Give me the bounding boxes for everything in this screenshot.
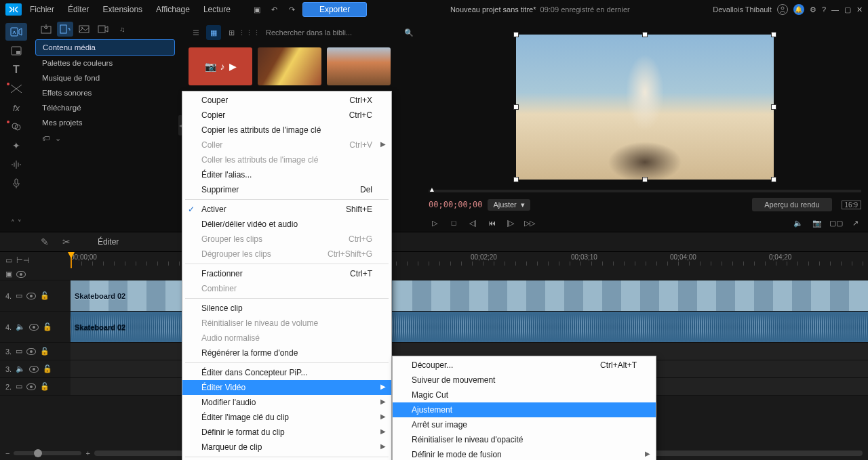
search-input[interactable]: Rechercher dans la bibli... [263, 27, 399, 38]
particle-room-icon[interactable]: ✦ [5, 137, 27, 154]
aspect-ratio-button[interactable]: 16:9 [842, 201, 861, 209]
play-icon[interactable]: ▷ [429, 217, 441, 229]
preview-seek-bar[interactable]: ▲ [429, 190, 861, 192]
visibility-icon[interactable] [29, 366, 39, 373]
menu-edit[interactable]: Éditer [62, 2, 94, 17]
help-icon[interactable]: ? [822, 5, 826, 14]
sidebar-expand-icon[interactable]: ˄ ˅ [5, 214, 27, 232]
handle-bl[interactable] [513, 177, 519, 182]
next-frame-icon[interactable]: |▷ [505, 217, 517, 229]
ctx-item[interactable]: Éditer l'alias... [182, 167, 391, 182]
import-icon[interactable] [38, 22, 54, 37]
ctx-item[interactable]: Magic Cut [393, 388, 656, 402]
close-icon[interactable]: ✕ [856, 5, 863, 14]
popout-icon[interactable]: ↗ [849, 217, 861, 229]
settings-icon[interactable]: ⚙ [810, 5, 816, 14]
list-view-icon[interactable]: ☰ [189, 25, 203, 40]
visibility-icon[interactable] [26, 383, 36, 390]
handle-bm[interactable] [642, 177, 648, 182]
redo-icon[interactable]: ↷ [285, 2, 300, 17]
lib-sound-fx[interactable]: Effets sonores [35, 85, 175, 100]
ctx-item[interactable]: Éditer l'image clé du clip▶ [182, 410, 391, 425]
visibility-icon[interactable] [26, 293, 36, 299]
audio-room-icon[interactable] [5, 156, 27, 173]
transition-room-icon[interactable] [5, 80, 27, 98]
lib-bg-music[interactable]: Musique de fond [35, 70, 175, 85]
media-filter-icon[interactable] [57, 22, 73, 37]
lock-icon[interactable]: 🔓 [43, 364, 52, 373]
title-room-icon[interactable]: T [5, 61, 27, 79]
lib-content-media[interactable]: Contenu média [35, 39, 175, 56]
stop-icon[interactable]: □ [448, 217, 460, 229]
handle-tm[interactable] [642, 32, 648, 37]
zoom-slider[interactable] [14, 451, 81, 455]
ctx-item[interactable]: FractionnerCtrl+T [182, 266, 391, 281]
zoom-in-icon[interactable]: + [85, 449, 90, 457]
grid-small-icon[interactable]: ▦ [206, 25, 221, 40]
track-icon[interactable]: ▭ [5, 256, 12, 265]
search-icon[interactable]: 🔍 [401, 25, 416, 40]
preview-frame[interactable] [516, 35, 774, 180]
undo-icon[interactable]: ↶ [267, 2, 282, 17]
lib-my-projects[interactable]: Mes projets [35, 115, 175, 130]
ctx-item[interactable]: Modifier l'audio▶ [182, 395, 391, 410]
ctx-item[interactable]: Éditer dans Concepteur PiP... [182, 365, 391, 380]
menu-file[interactable]: Fichier [24, 2, 60, 17]
marker-icon[interactable]: ▣ [5, 270, 12, 278]
ctx-item[interactable]: Définir le format du clip▶ [182, 425, 391, 440]
lock-icon[interactable]: 🔓 [43, 322, 52, 331]
save-icon[interactable]: ▣ [250, 2, 264, 17]
brush-icon[interactable]: ✎ [41, 236, 49, 247]
handle-tr[interactable] [771, 32, 776, 37]
grid-large-icon[interactable]: ⊞ [224, 25, 239, 40]
ctx-item[interactable]: CopierCtrl+C [182, 108, 391, 123]
minimize-icon[interactable]: — [831, 5, 839, 14]
ctx-item[interactable]: Ajustement [393, 402, 656, 417]
visibility-icon[interactable] [29, 324, 39, 331]
export-button[interactable]: Exporter [302, 2, 367, 17]
detail-view-icon[interactable]: ⋮⋮⋮ [241, 25, 256, 40]
edit-label[interactable]: Éditer [84, 237, 132, 247]
zoom-out-icon[interactable]: − [5, 449, 9, 457]
video-track-icon[interactable]: ▭ [16, 291, 22, 300]
timecode[interactable]: 00;00;00;00 [429, 200, 482, 209]
visibility-icon[interactable] [26, 348, 36, 355]
handle-ml[interactable] [513, 104, 519, 110]
ctx-item[interactable]: Réinitialiser le niveau d'opacité [393, 432, 656, 447]
maximize-icon[interactable]: ▢ [844, 5, 851, 14]
ctx-item[interactable]: Copier les attributs de l'image clé [182, 123, 391, 138]
ctx-item[interactable]: Éditer Vidéo▶ [182, 380, 391, 395]
handle-tl[interactable] [513, 32, 519, 37]
media-room-icon[interactable] [5, 23, 27, 41]
ctx-item[interactable]: Silence clip [182, 301, 391, 316]
lib-color-boards[interactable]: Palettes de couleurs [35, 56, 175, 70]
tag-icon[interactable]: 🏷 [42, 134, 50, 143]
audio-track-icon[interactable]: 🔈 [16, 364, 25, 373]
ctx-item[interactable]: Marqueur de clip▶ [182, 440, 391, 455]
ctx-item[interactable]: Définir le mode de fusion▶ [393, 447, 656, 460]
ctx-item[interactable]: Découper...Ctrl+Alt+T [393, 358, 656, 373]
dual-view-icon[interactable]: ▢▢ [830, 217, 842, 229]
media-thumb-food[interactable] [258, 47, 321, 85]
visibility-icon[interactable] [16, 271, 26, 278]
pip-room-icon[interactable] [5, 42, 27, 60]
handle-br[interactable] [771, 177, 776, 182]
ctx-item[interactable]: Délier/délier vidéo et audio [182, 217, 391, 232]
audio-filter-icon[interactable]: ♫ [114, 22, 130, 37]
lock-icon[interactable]: 🔓 [40, 347, 50, 356]
voice-room-icon[interactable] [5, 175, 27, 192]
ctx-item[interactable]: CouperCtrl+X [182, 93, 391, 108]
video-track-icon[interactable]: ▭ [16, 347, 22, 356]
ctx-item[interactable]: SupprimerDel [182, 182, 391, 197]
handle-mr[interactable] [771, 104, 776, 110]
ctx-item[interactable]: Arrêt sur image [393, 417, 656, 432]
media-thumb-stock[interactable]: 📷 ♪ ▶ [189, 47, 252, 85]
menu-extensions[interactable]: Extensions [97, 2, 148, 17]
scissors-icon[interactable]: ✂ [62, 236, 71, 247]
fx-room-icon[interactable]: fx [5, 99, 27, 117]
audio-track-icon[interactable]: 🔈 [16, 322, 25, 331]
menu-view[interactable]: Affichage [151, 2, 195, 17]
ctx-item[interactable]: Suiveur de mouvement [393, 373, 656, 388]
ctx-item[interactable]: Régénérer la forme d'onde [182, 346, 391, 360]
photo-filter-icon[interactable] [76, 22, 92, 37]
